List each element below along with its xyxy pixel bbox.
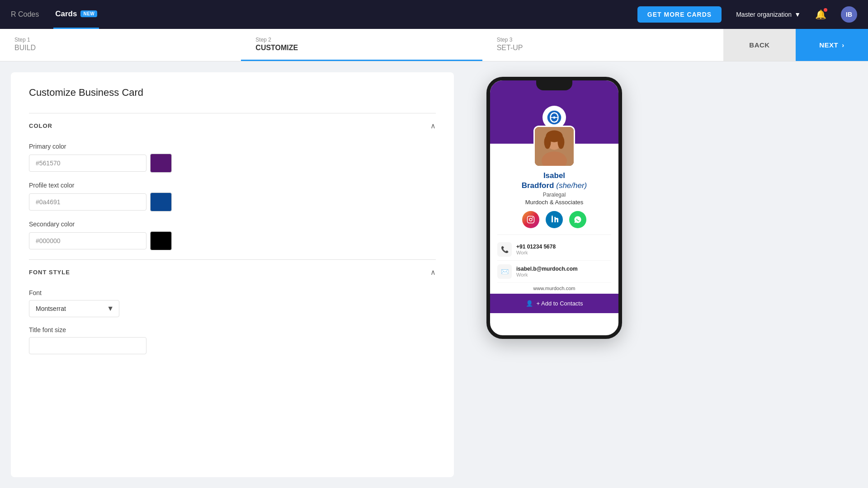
get-more-cards-button[interactable]: GET MORE CARDS — [637, 6, 722, 23]
step-3-setup[interactable]: Step 3 SET-UP — [482, 29, 723, 61]
back-button[interactable]: BACK — [723, 29, 796, 61]
svg-point-9 — [529, 218, 532, 221]
step-3-label: SET-UP — [497, 44, 709, 52]
font-section-toggle[interactable]: ∧ — [430, 268, 436, 277]
chevron-down-icon: ▼ — [794, 11, 801, 18]
next-label: NEXT — [819, 41, 838, 49]
secondary-color-label: Secondary color — [29, 221, 436, 228]
add-contacts-label: + Add to Contacts — [537, 300, 583, 307]
add-contacts-icon: 👤 — [526, 300, 533, 307]
title-font-size-input[interactable] — [29, 337, 146, 354]
card-last-name: Bradford — [522, 181, 554, 190]
phone-type: Work — [516, 250, 556, 255]
qr-codes-nav-item[interactable]: R Codes — [11, 10, 39, 19]
phone-frame: Isabel Bradford (she/her) Paralegal Murd… — [486, 77, 622, 339]
step-2-number: Step 2 — [255, 37, 467, 43]
add-to-contacts-button[interactable]: 👤 + Add to Contacts — [490, 294, 618, 313]
step-3-number: Step 3 — [497, 37, 709, 43]
svg-point-6 — [544, 136, 551, 149]
card-contact-section: 📞 +91 01234 5678 Work ✉️ isabel.b@murdoc… — [497, 235, 611, 294]
chevron-right-icon: › — [842, 41, 844, 49]
color-section-toggle[interactable]: ∧ — [430, 122, 436, 130]
card-pronouns: (she/her) — [556, 181, 587, 190]
step-bar: Step 1 BUILD Step 2 CUSTOMIZE Step 3 SET… — [0, 29, 868, 61]
avatar[interactable]: IB — [841, 6, 857, 23]
linkedin-icon[interactable] — [546, 211, 563, 228]
website-row: www.murdoch.com — [497, 283, 611, 294]
step-actions: BACK NEXT › — [723, 29, 868, 61]
step-2-label: CUSTOMIZE — [255, 44, 467, 52]
brand-logo-icon — [547, 110, 562, 125]
primary-color-label: Primary color — [29, 143, 436, 150]
topnav: R Codes Cards NEW GET MORE CARDS Master … — [0, 0, 868, 29]
primary-color-group: Primary color — [29, 143, 436, 173]
notification-dot — [824, 8, 827, 12]
secondary-color-group: Secondary color — [29, 221, 436, 250]
profile-text-color-swatch[interactable] — [150, 192, 172, 211]
card-avatar-wrap — [490, 126, 618, 167]
step-1-build[interactable]: Step 1 BUILD — [0, 29, 241, 61]
phone-preview-panel: Isabel Bradford (she/her) Paralegal Murd… — [468, 72, 640, 477]
font-section-title: FONT STYLE — [29, 269, 70, 276]
left-panel: Customize Business Card COLOR ∧ Primary … — [11, 72, 454, 477]
org-label: Master organization — [736, 11, 792, 18]
font-select-wrapper: Montserrat Roboto Open Sans Lato ▼ — [29, 300, 119, 317]
profile-text-color-label: Profile text color — [29, 182, 436, 189]
secondary-color-row — [29, 231, 436, 250]
email-address: isabel.b@murdoch.com — [516, 266, 578, 272]
step-1-number: Step 1 — [14, 37, 226, 43]
whatsapp-icon[interactable] — [569, 211, 586, 228]
font-section-header: FONT STYLE ∧ — [29, 259, 436, 280]
card-avatar — [533, 126, 575, 167]
step-2-customize[interactable]: Step 2 CUSTOMIZE — [241, 29, 482, 61]
font-select[interactable]: Montserrat Roboto Open Sans Lato — [29, 300, 119, 317]
page-title: Customize Business Card — [29, 87, 436, 99]
secondary-color-swatch[interactable] — [150, 231, 172, 250]
svg-point-7 — [557, 136, 564, 149]
cards-nav-item[interactable]: Cards NEW — [53, 0, 99, 29]
instagram-icon[interactable] — [522, 211, 539, 228]
step-1-label: BUILD — [14, 44, 226, 52]
org-selector[interactable]: Master organization ▼ — [736, 11, 801, 18]
profile-text-color-group: Profile text color — [29, 182, 436, 211]
secondary-color-input[interactable] — [29, 232, 146, 249]
font-label: Font — [29, 289, 436, 296]
phone-icon: 📞 — [497, 242, 512, 257]
email-contact-row: ✉️ isabel.b@murdoch.com Work — [497, 261, 611, 283]
primary-color-swatch[interactable] — [150, 154, 172, 173]
avatar-image — [535, 126, 574, 167]
font-group: Font Montserrat Roboto Open Sans Lato ▼ — [29, 289, 436, 317]
card-social-icons — [497, 211, 611, 228]
card-body: Isabel Bradford (she/her) Paralegal Murd… — [490, 167, 618, 294]
phone-info: +91 01234 5678 Work — [516, 244, 556, 255]
email-icon: ✉️ — [497, 264, 512, 279]
svg-point-10 — [532, 217, 533, 218]
profile-text-color-input[interactable] — [29, 193, 146, 211]
title-font-size-group: Title font size — [29, 326, 436, 354]
main-content: Customize Business Card COLOR ∧ Primary … — [0, 61, 868, 488]
next-button[interactable]: NEXT › — [796, 29, 868, 61]
phone-number: +91 01234 5678 — [516, 244, 556, 250]
card-company: Murdoch & Associates — [497, 199, 611, 206]
new-badge: NEW — [80, 10, 97, 17]
color-section-header: COLOR ∧ — [29, 113, 436, 134]
card-first-name: Isabel — [543, 171, 565, 180]
phone-contact-row: 📞 +91 01234 5678 Work — [497, 239, 611, 261]
email-info: isabel.b@murdoch.com Work — [516, 266, 578, 277]
color-section-title: COLOR — [29, 122, 52, 129]
email-type: Work — [516, 272, 578, 277]
primary-color-input[interactable] — [29, 155, 146, 172]
cards-nav-label: Cards — [55, 9, 77, 19]
profile-text-color-row — [29, 192, 436, 211]
primary-color-row — [29, 154, 436, 173]
card-job-title: Paralegal — [497, 192, 611, 198]
svg-rect-8 — [528, 216, 534, 223]
phone-notch — [536, 80, 572, 90]
title-font-size-label: Title font size — [29, 326, 436, 333]
card-person-name: Isabel Bradford (she/her) — [497, 171, 611, 191]
notifications-button[interactable]: 🔔 — [815, 9, 826, 20]
